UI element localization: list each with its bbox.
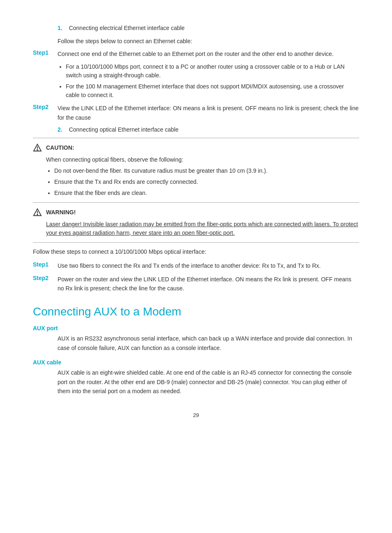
divider-3 bbox=[33, 242, 359, 243]
step2-label: Step2 bbox=[33, 104, 58, 122]
caution-header: CAUTION: bbox=[33, 143, 359, 152]
page-content: 1. Connecting electrical Ethernet interf… bbox=[0, 0, 392, 533]
optical-step2-label: Step2 bbox=[33, 275, 58, 293]
warning-triangle-icon bbox=[33, 208, 42, 217]
numbered-item-1: 1. Connecting electrical Ethernet interf… bbox=[33, 25, 359, 31]
caution-title: CAUTION: bbox=[46, 144, 74, 151]
item-2-num: 2. bbox=[58, 126, 62, 133]
item-1-num: 1. bbox=[58, 25, 62, 31]
step1-bullets: For a 10/100/1000 Mbps port, connect it … bbox=[66, 63, 359, 100]
warning-box: WARNING! Laser danger! Invisible laser r… bbox=[33, 208, 359, 237]
optical-step1-text: Use two fibers to connect the Rx and Tx … bbox=[58, 261, 359, 270]
caution-bullet-1: Do not over-bend the fiber. Its curvatur… bbox=[54, 167, 359, 175]
bullet-1: For a 10/100/1000 Mbps port, connect it … bbox=[66, 63, 359, 80]
follow-optical: Follow these steps to connect a 10/100/1… bbox=[33, 248, 359, 256]
aux-port-heading: AUX port bbox=[33, 325, 359, 331]
step2-row: Step2 View the LINK LED of the Ethernet … bbox=[33, 104, 359, 122]
optical-step2-row: Step2 Power on the router and view the L… bbox=[33, 275, 359, 293]
item-1-label: Connecting electrical Ethernet interface… bbox=[69, 25, 185, 31]
warning-text: Laser danger! Invisible laser radiation … bbox=[46, 220, 359, 237]
bullet-2: For the 100 M management Ethernet interf… bbox=[66, 82, 359, 100]
aux-cable-heading: AUX cable bbox=[33, 359, 359, 366]
step1-row: Step1 Connect one end of the Ethernet ca… bbox=[33, 49, 359, 58]
optical-step1-label: Step1 bbox=[33, 261, 58, 270]
aux-cable-body: AUX cable is an eight-wire shielded cabl… bbox=[58, 368, 359, 396]
main-section-heading: Connecting AUX to a Modem bbox=[33, 305, 359, 318]
item-2-label: Connecting optical Ethernet interface ca… bbox=[69, 126, 179, 133]
svg-point-2 bbox=[37, 150, 37, 150]
aux-port-section: AUX port AUX is an RS232 asynchronous se… bbox=[33, 325, 359, 352]
caution-body: When connecting optical fibers, observe … bbox=[46, 155, 359, 197]
warning-header: WARNING! bbox=[33, 208, 359, 217]
optical-step2-text: Power on the router and view the LINK LE… bbox=[58, 275, 359, 293]
follow-line-1: Follow the steps below to connect an Eth… bbox=[58, 38, 359, 44]
caution-box: CAUTION: When connecting optical fibers,… bbox=[33, 143, 359, 197]
step1-text: Connect one end of the Ethernet cable to… bbox=[58, 49, 359, 58]
caution-intro: When connecting optical fibers, observe … bbox=[46, 155, 359, 164]
caution-bullet-2: Ensure that the Tx and Rx ends are corre… bbox=[54, 178, 359, 186]
divider-2 bbox=[33, 202, 359, 203]
svg-point-5 bbox=[37, 214, 37, 215]
caution-bullets: Do not over-bend the fiber. Its curvatur… bbox=[54, 167, 359, 197]
caution-bullet-3: Ensure that the fiber ends are clean. bbox=[54, 189, 359, 197]
numbered-item-2: 2. Connecting optical Ethernet interface… bbox=[58, 126, 359, 133]
divider-1 bbox=[33, 138, 359, 138]
aux-cable-section: AUX cable AUX cable is an eight-wire shi… bbox=[33, 359, 359, 396]
aux-port-body: AUX is an RS232 asynchronous serial inte… bbox=[58, 334, 359, 352]
warning-body: Laser danger! Invisible laser radiation … bbox=[46, 220, 359, 237]
optical-step1-row: Step1 Use two fibers to connect the Rx a… bbox=[33, 261, 359, 270]
caution-triangle-icon bbox=[33, 143, 42, 152]
step2-text: View the LINK LED of the Ethernet interf… bbox=[58, 104, 359, 122]
page-number: 29 bbox=[33, 412, 359, 418]
warning-title: WARNING! bbox=[46, 209, 76, 216]
step1-label: Step1 bbox=[33, 49, 58, 58]
